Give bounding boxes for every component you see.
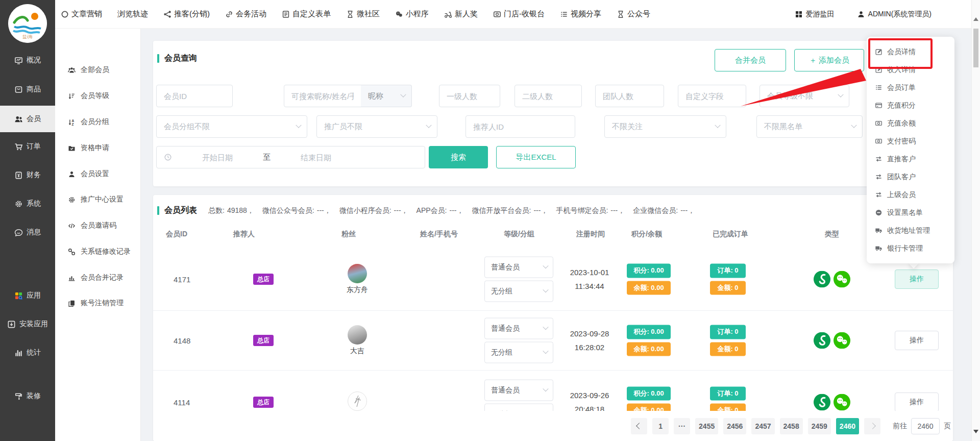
nav-item-article-marketing[interactable]: 文章营销 [61, 9, 102, 19]
nav-item-official-account[interactable]: 公众号 [617, 9, 650, 19]
pagination-page-button-active[interactable]: 2460 [836, 418, 859, 434]
menu-item-pay-password[interactable]: 支付密码 [867, 132, 954, 150]
pagination-page-button[interactable]: 2459 [808, 418, 831, 434]
keyword-search-input[interactable] [284, 85, 361, 107]
jump-page-input[interactable] [911, 418, 940, 434]
sidebar-item-goods[interactable]: 商品 [0, 76, 55, 103]
sidebar-item-messages[interactable]: 消息 [0, 219, 55, 246]
submenu-item-merge-log[interactable]: 会员合并记录 [55, 267, 141, 288]
member-level-select[interactable]: 普通会员 [484, 257, 553, 278]
nav-item-browse-track[interactable]: 浏览轨迹 [117, 9, 148, 19]
scrollbar-thumb[interactable] [973, 29, 978, 67]
promoter-select[interactable]: 推广员不限 [316, 115, 437, 138]
search-button[interactable]: 搜索 [429, 146, 488, 168]
member-group-select[interactable]: 无分组 [484, 281, 553, 302]
team-count-input[interactable] [595, 85, 664, 107]
custom-field-input[interactable] [678, 85, 746, 107]
search-type-select[interactable]: 昵称 [361, 85, 412, 107]
submenu-item-relation-log[interactable]: 关系链修改记录 [55, 241, 141, 262]
list-icon [560, 10, 568, 18]
submenu-item-invite-code[interactable]: 会员邀请码 [55, 215, 141, 236]
submenu-item-member-level[interactable]: 会员等级 [55, 85, 141, 107]
scrollbar-up-arrow-icon[interactable] [973, 17, 978, 21]
sidebar-item-overview[interactable]: 概况 [0, 47, 55, 74]
menu-item-recharge-balance[interactable]: 充值余额 [867, 114, 954, 132]
nav-item-newcomer-award[interactable]: 新人奖 [444, 9, 478, 19]
date-end-input[interactable] [271, 153, 361, 162]
submenu-item-member-settings[interactable]: 会员设置 [55, 163, 141, 185]
merge-members-button[interactable]: 合并会员 [715, 49, 786, 71]
menu-item-address-management[interactable]: 收货地址管理 [867, 222, 954, 239]
table-row: 4171 总店 东方舟 普通会员 无分组 2023-10-0111:34:44 … [153, 248, 953, 311]
level1-count-input[interactable] [439, 85, 500, 107]
sidebar-item-install-apps[interactable]: 安装应用 [0, 311, 55, 337]
sidebar-item-members[interactable]: 会员 [0, 106, 55, 132]
sidebar-item-decorate[interactable]: 装修 [0, 383, 55, 409]
sidebar-item-finance[interactable]: 财务 [0, 162, 55, 188]
level2-count-input[interactable] [514, 85, 582, 107]
nav-item-events[interactable]: 会务活动 [225, 9, 266, 19]
row-action-button[interactable]: 操作 [895, 393, 939, 412]
referrer-id-input[interactable] [465, 115, 575, 138]
pagination-page-button[interactable]: 2456 [723, 418, 746, 434]
member-id-input[interactable] [156, 85, 233, 107]
submenu-item-all-members[interactable]: 全部会员 [55, 59, 141, 81]
submenu-item-promotion-settings[interactable]: 推广中心设置 [55, 189, 141, 210]
menu-item-member-orders[interactable]: 会员订单 [867, 79, 954, 96]
pagination-page-button[interactable]: 2457 [751, 418, 774, 434]
sidebar-item-statistics[interactable]: 统计 [0, 339, 55, 366]
submenu-item-qualification[interactable]: 资格申请 [55, 137, 141, 159]
member-group-select[interactable]: 无分组 [484, 342, 553, 363]
menu-item-upline-member[interactable]: 上级会员 [867, 186, 954, 204]
row-action-button[interactable]: 操作 [895, 270, 939, 289]
menu-item-direct-customers[interactable]: 直推客户 [867, 150, 954, 168]
nav-item-community[interactable]: 微社区 [346, 9, 380, 19]
add-member-button[interactable]: ＋ 添加会员 [794, 49, 864, 71]
pagination-page-button[interactable]: 1 [652, 418, 669, 434]
export-excel-button[interactable]: 导出EXCEL [496, 146, 576, 168]
chat-bubble-icon [14, 228, 23, 237]
blacklist-filter-select[interactable]: 不限黑名单 [756, 115, 863, 138]
nav-item-store-cashier[interactable]: 门店-收银台 [493, 9, 545, 19]
menu-item-recharge-points[interactable]: 充值积分 [867, 96, 954, 114]
date-range-picker[interactable]: 至 [156, 146, 425, 168]
nav-item-distribution[interactable]: 推客(分销) [163, 9, 210, 19]
pagination-prev-button[interactable] [631, 418, 647, 434]
row-action-button[interactable]: 操作 [895, 331, 939, 350]
member-level-select[interactable]: 会员等级不限 [760, 85, 849, 107]
menu-item-bank-card-management[interactable]: 银行卡管理 [867, 239, 954, 257]
admin-account-menu[interactable]: ADMIN(系统管理员) [857, 10, 932, 19]
sidebar-item-apps[interactable]: 应用 [0, 282, 55, 309]
submenu-item-account-cancel[interactable]: 账号注销管理 [55, 292, 141, 314]
sidebar-item-orders[interactable]: 订单 [0, 133, 55, 160]
stat-wechat-official: 微信公众号会员:---， [262, 206, 331, 215]
nav-item-video-share[interactable]: 视频分享 [560, 9, 601, 19]
site-switcher[interactable]: 爱游盐田 [795, 10, 835, 19]
sidebar-item-system[interactable]: 系统 [0, 190, 55, 217]
menu-item-member-detail[interactable]: 会员详情 [867, 43, 954, 61]
nav-item-miniprogram[interactable]: 小程序 [395, 9, 429, 19]
member-level-select[interactable]: 普通会员 [484, 379, 553, 401]
menu-item-team-customers[interactable]: 团队客户 [867, 168, 954, 186]
table-row: 4148 总店 大吉 普通会员 无分组 2023-09-2816:28:02 积… [153, 311, 953, 371]
sort-az-icon [68, 118, 76, 126]
primary-sidebar: 盐i海 概况 商品 会员 订单 财务 系统 消息 应用 安装应用 统计 装修 [0, 0, 55, 441]
page-scrollbar[interactable] [971, 0, 980, 441]
pagination-page-button[interactable]: 2458 [780, 418, 803, 434]
pagination-page-button[interactable]: 2455 [695, 418, 718, 434]
member-group-select[interactable]: 会员分组不限 [156, 115, 307, 138]
member-group-value: 会员分组不限 [164, 122, 210, 132]
nav-item-custom-form[interactable]: 自定义表单 [282, 9, 331, 19]
hourglass-icon [346, 10, 354, 18]
pagination-next-button[interactable] [864, 418, 880, 434]
date-start-input[interactable] [172, 153, 263, 162]
pagination-ellipsis[interactable]: ··· [674, 418, 690, 434]
member-level-select[interactable]: 普通会员 [484, 318, 553, 339]
follow-filter-value: 不限关注 [612, 122, 643, 132]
blacklist-filter-value: 不限黑名单 [764, 122, 802, 132]
follow-filter-select[interactable]: 不限关注 [604, 115, 726, 138]
menu-item-set-blacklist[interactable]: 设置黑名单 [867, 204, 954, 222]
menu-item-income-detail[interactable]: 收入详情 [867, 61, 954, 79]
submenu-item-member-group[interactable]: 会员分组 [55, 111, 141, 133]
scrollbar-down-arrow-icon[interactable] [973, 430, 978, 433]
